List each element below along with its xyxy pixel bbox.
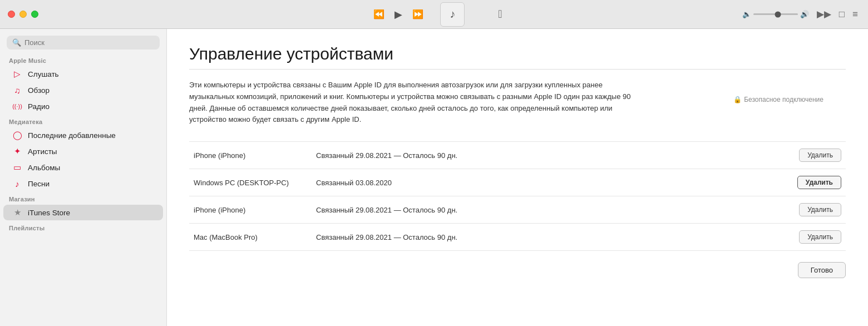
device-name: Mac (MacBook Pro) (189, 224, 312, 251)
done-button[interactable]: Готово (798, 262, 846, 278)
device-action-cell: Удалить (779, 169, 846, 196)
clock-icon: ◯ (12, 130, 22, 140)
device-name: Windows PC (DESKTOP-PC) (189, 169, 312, 196)
secure-connection-label: 🔒 Безопасное подключение (733, 96, 823, 103)
sidebar-section-playlists: Плейлисты (0, 225, 166, 231)
search-box[interactable]: 🔍 (7, 36, 160, 50)
close-button[interactable] (8, 11, 15, 18)
sidebar-item-recent-label: Последние добавленные (28, 131, 116, 140)
remove-device-button[interactable]: Удалить (797, 176, 841, 189)
sidebar: 🔍 Apple Music ▷ Слушать ♫ Обзор ((·)) Ра… (0, 29, 167, 326)
maximize-button[interactable] (31, 11, 38, 18)
remove-device-button[interactable]: Удалить (799, 203, 841, 216)
search-icon: 🔍 (12, 38, 21, 47)
sidebar-item-artists[interactable]: ✦ Артисты (3, 144, 163, 159)
table-row: iPhone (iPhone)Связанный 29.08.2021 — Ос… (189, 142, 846, 169)
sidebar-item-listen-label: Слушать (28, 70, 59, 78)
table-row: iPhone (iPhone)Связанный 29.08.2021 — Ос… (189, 196, 846, 224)
device-name: iPhone (iPhone) (189, 196, 312, 224)
content-area: Управление устройствами 🔒 Безопасное под… (167, 29, 868, 326)
note-icon: ♫ (12, 85, 22, 95)
sidebar-item-itunes-store[interactable]: ★ iTunes Store (3, 205, 163, 220)
now-playing-icon[interactable]: ♪ (440, 2, 465, 27)
page-header: Управление устройствами 🔒 Безопасное под… (189, 45, 846, 63)
header-divider (189, 69, 846, 70)
done-section: Готово (189, 262, 846, 278)
music-note-icon: ♪ (450, 8, 455, 21)
window-controls (0, 11, 167, 18)
sidebar-item-artists-label: Артисты (28, 147, 57, 156)
sidebar-item-albums-label: Альбомы (28, 164, 60, 172)
main-layout: 🔍 Apple Music ▷ Слушать ♫ Обзор ((·)) Ра… (0, 29, 868, 326)
sidebar-item-itunes-store-label: iTunes Store (28, 209, 70, 217)
album-icon: ▭ (12, 162, 22, 172)
sidebar-item-listen[interactable]: ▷ Слушать (3, 66, 163, 82)
lyrics-icon[interactable]: □ (839, 9, 845, 20)
lock-icon: 🔒 (733, 96, 742, 103)
device-action-cell: Удалить (779, 142, 846, 169)
page-title: Управление устройствами (189, 45, 846, 63)
sidebar-item-overview[interactable]: ♫ Обзор (3, 82, 163, 98)
songs-icon: ♪ (12, 179, 22, 189)
minimize-button[interactable] (19, 11, 27, 18)
description-text: Эти компьютеры и устройства связаны с Ва… (189, 80, 645, 126)
remove-device-button[interactable]: Удалить (799, 149, 841, 162)
sidebar-item-radio[interactable]: ((·)) Радио (3, 98, 163, 114)
secure-label-text: Безопасное подключение (744, 96, 823, 103)
device-action-cell: Удалить (779, 196, 846, 224)
table-row: Mac (MacBook Pro)Связанный 29.08.2021 — … (189, 224, 846, 251)
titlebar-center: ⏪ ▶ ⏩ ♪  (167, 2, 742, 27)
sidebar-item-radio-label: Радио (28, 102, 50, 111)
play-circle-icon: ▷ (12, 69, 22, 79)
devices-table: iPhone (iPhone)Связанный 29.08.2021 — Ос… (189, 141, 846, 251)
rewind-button[interactable]: ⏪ (373, 9, 384, 19)
star-icon: ★ (12, 208, 22, 218)
sidebar-item-overview-label: Обзор (28, 86, 50, 95)
apple-logo-icon:  (498, 8, 502, 21)
remove-device-button[interactable]: Удалить (799, 230, 841, 244)
sidebar-item-recent[interactable]: ◯ Последние добавленные (3, 127, 163, 143)
playback-controls: ⏪ ▶ ⏩ (373, 8, 423, 21)
forward-button[interactable]: ⏩ (412, 9, 423, 19)
radio-icon: ((·)) (12, 101, 22, 111)
menu-icon[interactable]: ≡ (852, 9, 858, 20)
sidebar-section-store: Магазин (0, 196, 166, 202)
sidebar-item-songs-label: Песни (28, 180, 50, 188)
artist-icon: ✦ (12, 146, 22, 156)
device-status: Связанный 29.08.2021 — Осталось 90 дн. (312, 224, 779, 251)
volume-slider[interactable] (753, 13, 798, 15)
device-status: Связанный 29.08.2021 — Осталось 90 дн. (312, 196, 779, 224)
sidebar-section-library: Медиатека (0, 118, 166, 125)
volume-thumb (775, 11, 781, 17)
sidebar-item-albums[interactable]: ▭ Альбомы (3, 160, 163, 175)
device-status: Связанный 03.08.2020 (312, 169, 779, 196)
device-action-cell: Удалить (779, 224, 846, 251)
volume-high-icon: 🔊 (800, 10, 809, 18)
device-name: iPhone (iPhone) (189, 142, 312, 169)
sidebar-section-apple-music: Apple Music (0, 57, 166, 64)
device-status: Связанный 29.08.2021 — Осталось 90 дн. (312, 142, 779, 169)
airplay-icon[interactable]: ▶▶ (817, 8, 831, 20)
table-row: Windows PC (DESKTOP-PC)Связанный 03.08.2… (189, 169, 846, 196)
volume-control[interactable]: 🔈 🔊 (742, 10, 809, 18)
titlebar-right: 🔈 🔊 ▶▶ □ ≡ (742, 8, 868, 20)
play-button[interactable]: ▶ (394, 8, 402, 21)
search-input[interactable] (24, 38, 154, 47)
titlebar: ⏪ ▶ ⏩ ♪  🔈 🔊 ▶▶ □ ≡ (0, 0, 868, 29)
volume-low-icon: 🔈 (742, 10, 751, 18)
sidebar-item-songs[interactable]: ♪ Песни (3, 176, 163, 191)
